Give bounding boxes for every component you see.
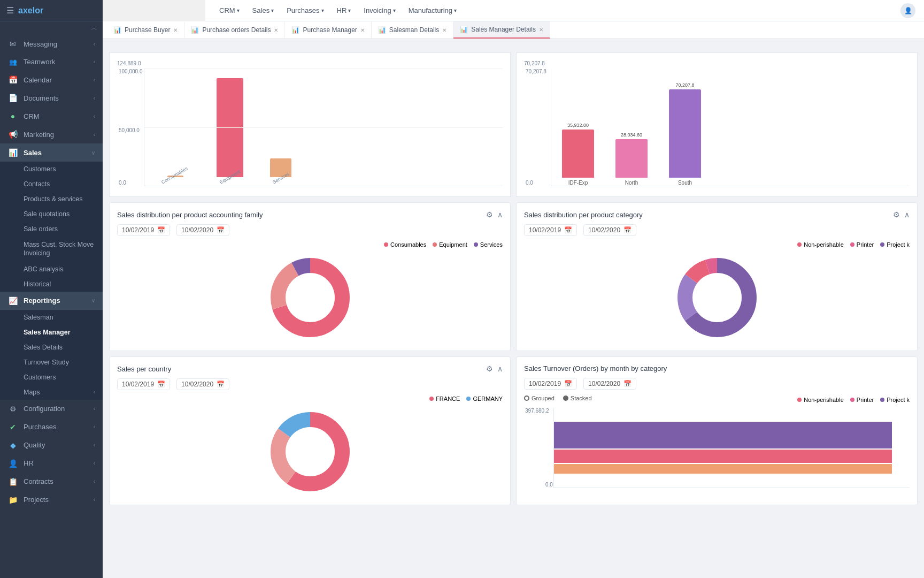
- tab-purchase-orders-details[interactable]: 📊 Purchase orders Details ✕: [184, 22, 285, 38]
- sidebar-item-reportings[interactable]: 📈 Reportings ∨: [0, 292, 103, 310]
- gear-icon-family[interactable]: ⚙: [486, 210, 493, 219]
- date-to-country[interactable]: 10/02/2020 📅: [176, 378, 229, 390]
- topnav-sales[interactable]: Sales ▾: [247, 4, 280, 17]
- legend-dot-printer: [850, 242, 854, 247]
- sidebar-item-contracts[interactable]: 📋 Contracts ‹: [0, 473, 103, 491]
- sub-item-products-services[interactable]: Products & services: [0, 192, 103, 207]
- date-to-turnover[interactable]: 10/02/2020 📅: [583, 378, 636, 390]
- sub-item-historical[interactable]: Historical: [0, 277, 103, 292]
- sub-item-abc-analysis[interactable]: ABC analysis: [0, 262, 103, 277]
- date-from-category[interactable]: 10/02/2019 📅: [524, 224, 577, 236]
- gear-icon-category[interactable]: ⚙: [893, 210, 900, 219]
- date-to-value-turnover: 10/02/2020: [588, 380, 620, 387]
- sidebar-item-hr[interactable]: 👤 HR ‹: [0, 454, 103, 473]
- sidebar-item-marketing[interactable]: 📢 Marketing ‹: [0, 125, 103, 143]
- tab-close-purchase-orders[interactable]: ✕: [274, 27, 278, 33]
- user-avatar[interactable]: 👤: [900, 3, 915, 18]
- legend-dot-consumables: [384, 242, 388, 247]
- radio-stacked[interactable]: Stacked: [563, 395, 592, 401]
- date-from-turnover[interactable]: 10/02/2019 📅: [524, 378, 577, 390]
- tab-purchase-buyer[interactable]: 📊 Purchase Buyer ✕: [107, 22, 184, 38]
- sub-item-salesman[interactable]: Salesman: [0, 310, 103, 325]
- chart-actions-family: ⚙ ∧: [486, 210, 503, 219]
- legend-category: Non-perishable Printer Project k: [524, 241, 910, 248]
- sidebar-item-quality[interactable]: ◆ Quality ‹: [0, 436, 103, 454]
- y-label-70k-right: 70,207.8: [526, 69, 546, 74]
- sidebar-item-teamwork[interactable]: 👥 Teamwork ‹: [0, 53, 103, 71]
- tab-close-salesman-details[interactable]: ✕: [442, 27, 446, 33]
- sidebar-item-purchases[interactable]: ✔ Purchases ‹: [0, 418, 103, 436]
- sidebar-item-configuration[interactable]: ⚙ Configuration ‹: [0, 400, 103, 418]
- sub-item-turnover-study[interactable]: Turnover Study: [0, 355, 103, 370]
- legend-label-turnover-projectk: Project k: [887, 397, 910, 403]
- tab-purchase-manager[interactable]: 📊 Purchase Manager ✕: [285, 22, 371, 38]
- radio-grouped[interactable]: Grouped: [524, 395, 555, 401]
- tab-close-purchase-buyer[interactable]: ✕: [173, 27, 178, 33]
- chevron-icon-contracts: ‹: [94, 478, 95, 484]
- legend-dot-turnover-printer: [850, 398, 854, 402]
- legend-label-consumables: Consumables: [390, 241, 426, 248]
- tab-icon-salesman-details: 📊: [378, 26, 386, 34]
- main-area: CRM ▾ Sales ▾ Purchases ▾ HR ▾ Invoicing…: [103, 0, 924, 578]
- y-label-turnover-max: 397,680.2: [525, 408, 549, 414]
- legend-dot-services: [474, 242, 478, 247]
- sidebar-item-teamwork-label: Teamwork: [24, 58, 88, 66]
- bar-group-equipment: Equipment: [217, 78, 243, 186]
- legend-label-printer: Printer: [857, 241, 874, 248]
- topnav-hr[interactable]: HR ▾: [332, 4, 357, 17]
- collapse-icon-family[interactable]: ∧: [497, 210, 503, 219]
- sidebar-item-crm[interactable]: ● CRM ‹: [0, 107, 103, 125]
- date-from-family[interactable]: 10/02/2019 📅: [117, 224, 170, 236]
- sidebar-item-sales[interactable]: 📊 Sales ∨: [0, 143, 103, 162]
- topnav-invoicing[interactable]: Invoicing ▾: [358, 4, 401, 17]
- tab-label-purchase-orders: Purchase orders Details: [202, 26, 271, 34]
- svg-point-3: [288, 275, 333, 320]
- legend-label-turnover-nonperishable: Non-perishable: [804, 397, 844, 403]
- tab-salesman-details[interactable]: 📊 Salesman Details ✕: [372, 22, 453, 38]
- y-label-50k: 50,000.0: [119, 127, 140, 133]
- tab-close-purchase-manager[interactable]: ✕: [360, 27, 365, 33]
- tab-label-purchase-buyer: Purchase Buyer: [125, 26, 170, 34]
- stacked-bar-purple: [554, 422, 892, 448]
- topnav-purchases[interactable]: Purchases ▾: [281, 4, 329, 17]
- collapse-icon-category[interactable]: ∧: [904, 210, 910, 219]
- reportings-subitems: Salesman Sales Manager Sales Details Tur…: [0, 310, 103, 400]
- sub-item-sale-quotations[interactable]: Sale quotations: [0, 207, 103, 222]
- hamburger-icon[interactable]: ☰: [6, 5, 14, 16]
- sub-item-sales-details[interactable]: Sales Details: [0, 340, 103, 355]
- tab-close-sales-manager[interactable]: ✕: [539, 27, 543, 33]
- date-to-value-category: 10/02/2020: [588, 226, 620, 234]
- manufacturing-arrow: ▾: [454, 7, 457, 13]
- sidebar-item-documents[interactable]: 📄 Documents ‹: [0, 89, 103, 107]
- topnav-crm[interactable]: CRM ▾: [214, 4, 245, 17]
- tab-sales-manager-details[interactable]: 📊 Sales Manager Details ✕: [453, 21, 550, 39]
- manufacturing-label: Manufacturing: [409, 6, 452, 14]
- bar-group-north: 28,034.60 North: [615, 132, 648, 186]
- collapse-icon-country[interactable]: ∧: [497, 364, 503, 373]
- sub-item-sales-manager[interactable]: Sales Manager: [0, 325, 103, 340]
- sub-item-sale-orders[interactable]: Sale orders: [0, 222, 103, 237]
- calendar-icon-to-category: 📅: [623, 226, 632, 234]
- topnav: CRM ▾ Sales ▾ Purchases ▾ HR ▾ Invoicing…: [205, 0, 924, 21]
- sidebar-collapse-btn[interactable]: ︿: [0, 21, 103, 35]
- sidebar-item-calendar[interactable]: 📅 Calendar ‹: [0, 71, 103, 89]
- sales-icon: 📊: [7, 148, 18, 157]
- sub-item-mass-cust[interactable]: Mass Cust. Stock Move Invoicing: [0, 237, 103, 262]
- chevron-icon: ‹: [94, 113, 95, 119]
- sidebar-item-messaging[interactable]: ✉ Messaging ‹: [0, 35, 103, 53]
- gear-icon-country[interactable]: ⚙: [486, 364, 493, 373]
- sub-item-contacts[interactable]: Contacts: [0, 177, 103, 192]
- date-from-country[interactable]: 10/02/2019 📅: [117, 378, 170, 390]
- bar-chart-area-right: 0.0 70,207.8 35,932.00 IDF-Exp 28,034.60…: [551, 69, 910, 186]
- sales-arrow: ▾: [271, 7, 274, 13]
- sub-item-maps[interactable]: Maps ‹: [0, 385, 103, 400]
- chart-header-turnover: Sales Turnover (Orders) by month by cate…: [524, 364, 910, 372]
- crm-arrow: ▾: [237, 7, 240, 13]
- date-to-category[interactable]: 10/02/2020 📅: [583, 224, 636, 236]
- date-to-family[interactable]: 10/02/2020 📅: [176, 224, 229, 236]
- calendar-icon-from-family: 📅: [157, 226, 165, 234]
- sidebar-item-projects[interactable]: 📁 Projects ‹: [0, 491, 103, 509]
- topnav-manufacturing[interactable]: Manufacturing ▾: [403, 4, 462, 17]
- sub-item-customers-rep[interactable]: Customers: [0, 370, 103, 385]
- sub-item-customers[interactable]: Customers: [0, 162, 103, 177]
